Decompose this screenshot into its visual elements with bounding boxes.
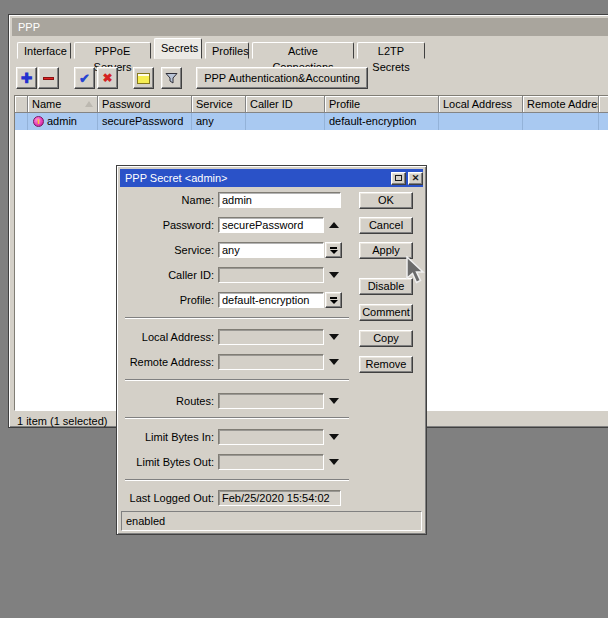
desktop: PPP Interface PPPoE Servers Secrets Prof…: [0, 0, 608, 618]
routes-input[interactable]: [218, 393, 324, 409]
disable-button[interactable]: Disable: [359, 278, 413, 295]
arrow-down-icon: [329, 434, 339, 440]
password-reveal-button[interactable]: [325, 217, 343, 233]
profile-label: Profile:: [119, 292, 214, 308]
limit-bytes-in-dropdown[interactable]: [325, 429, 343, 445]
row-gutter: [15, 113, 28, 130]
local-address-label: Local Address:: [119, 329, 214, 345]
header-filler: [599, 96, 608, 113]
window-title: PPP: [18, 21, 40, 33]
close-icon: ✕: [412, 174, 420, 183]
disable-button[interactable]: ✖: [97, 67, 118, 89]
arrow-up-icon: [329, 222, 339, 228]
ppp-auth-button[interactable]: PPP Authentication&Accounting: [196, 67, 368, 89]
limit-bytes-out-input[interactable]: [218, 454, 324, 470]
separator: [125, 317, 349, 319]
remote-address-input[interactable]: [218, 354, 324, 370]
cross-icon: ✖: [102, 72, 112, 84]
tab-secrets[interactable]: Secrets: [154, 38, 202, 59]
header-name[interactable]: Name: [28, 96, 98, 113]
enabled-status: enabled: [126, 515, 165, 527]
tab-l2tp-secrets[interactable]: L2TP Secrets: [357, 42, 425, 59]
local-address-input[interactable]: [218, 329, 324, 345]
limit-bytes-in-input[interactable]: [218, 429, 324, 445]
comment-button[interactable]: [133, 67, 154, 89]
service-dropdown-button[interactable]: [325, 242, 342, 258]
limit-bytes-out-dropdown[interactable]: [325, 454, 343, 470]
cell-filler: [599, 113, 608, 130]
header-service[interactable]: Service: [192, 96, 246, 113]
routes-label: Routes:: [119, 393, 214, 409]
local-address-dropdown[interactable]: [325, 329, 343, 345]
header-gutter: [15, 96, 28, 113]
header-profile[interactable]: Profile: [325, 96, 439, 113]
tab-profiles[interactable]: Profiles: [205, 42, 249, 59]
minus-icon: [43, 77, 54, 80]
caller-id-label: Caller ID:: [119, 267, 214, 283]
window-status-bar: 1 item (1 selected): [17, 414, 107, 428]
filter-button[interactable]: [161, 67, 182, 89]
last-logged-out-value: [218, 490, 341, 506]
limit-bytes-in-label: Limit Bytes In:: [119, 429, 214, 445]
check-icon: ✔: [79, 72, 90, 85]
caller-id-input[interactable]: [218, 267, 324, 283]
tab-interface[interactable]: Interface: [17, 42, 71, 59]
header-caller-id[interactable]: Caller ID: [246, 96, 325, 113]
remote-address-dropdown[interactable]: [325, 354, 343, 370]
arrow-down-icon: [329, 398, 339, 404]
table-header: Name Password Service Caller ID Profile …: [15, 96, 608, 113]
maximize-icon: [395, 175, 402, 181]
cell-password: securePassword: [98, 113, 192, 130]
ppp-secret-icon: i: [33, 116, 44, 127]
arrow-down-icon: [329, 459, 339, 465]
sort-ascending-icon: [85, 101, 93, 107]
comment-button[interactable]: Comment: [359, 304, 413, 321]
service-input[interactable]: [218, 242, 324, 258]
tab-strip: Interface PPPoE Servers Secrets Profiles…: [17, 38, 608, 59]
maximize-button[interactable]: [391, 172, 406, 185]
tab-active-connections[interactable]: Active Connections: [252, 42, 354, 59]
profile-input[interactable]: [218, 292, 324, 308]
header-password[interactable]: Password: [98, 96, 192, 113]
ok-button[interactable]: OK: [359, 192, 413, 209]
cell-caller-id: [246, 113, 325, 130]
separator: [125, 417, 349, 419]
apply-button[interactable]: Apply: [359, 242, 413, 259]
password-input[interactable]: [218, 217, 324, 233]
limit-bytes-out-label: Limit Bytes Out:: [119, 454, 214, 470]
table-row[interactable]: i admin securePassword any default-encry…: [15, 113, 608, 130]
caller-id-dropdown[interactable]: [325, 267, 343, 283]
enable-button[interactable]: ✔: [74, 67, 95, 89]
header-local-address[interactable]: Local Address: [439, 96, 523, 113]
cell-profile: default-encryption: [325, 113, 439, 130]
window-titlebar[interactable]: PPP: [12, 18, 608, 36]
cell-local-address: [439, 113, 523, 130]
remove-button[interactable]: [38, 67, 59, 89]
dropdown-bar-icon: [330, 297, 337, 299]
tab-pppoe-servers[interactable]: PPPoE Servers: [74, 42, 151, 59]
remote-address-label: Remote Address:: [119, 354, 214, 370]
arrow-down-icon: [329, 359, 339, 365]
add-button[interactable]: ✚: [16, 67, 37, 89]
name-input[interactable]: [218, 192, 341, 208]
funnel-icon: [165, 72, 178, 85]
dialog-title: PPP Secret <admin>: [125, 169, 389, 187]
separator: [125, 479, 349, 481]
cell-remote-address: [523, 113, 599, 130]
routes-dropdown[interactable]: [325, 393, 343, 409]
note-icon: [137, 73, 150, 84]
dialog-titlebar[interactable]: PPP Secret <admin> ✕: [120, 169, 423, 187]
dropdown-arrow-icon: [330, 300, 338, 304]
name-label: Name:: [119, 192, 214, 208]
copy-button[interactable]: Copy: [359, 330, 413, 347]
plus-icon: ✚: [21, 71, 33, 85]
close-button[interactable]: ✕: [408, 172, 423, 185]
separator: [125, 379, 349, 381]
profile-dropdown-button[interactable]: [325, 292, 342, 308]
ppp-secret-dialog: PPP Secret <admin> ✕ Name: Password: Ser…: [116, 165, 427, 535]
dialog-status-bar: enabled: [121, 511, 422, 531]
remove-button[interactable]: Remove: [359, 356, 413, 373]
cancel-button[interactable]: Cancel: [359, 217, 413, 234]
arrow-down-icon: [329, 334, 339, 340]
header-remote-address[interactable]: Remote Address: [523, 96, 599, 113]
